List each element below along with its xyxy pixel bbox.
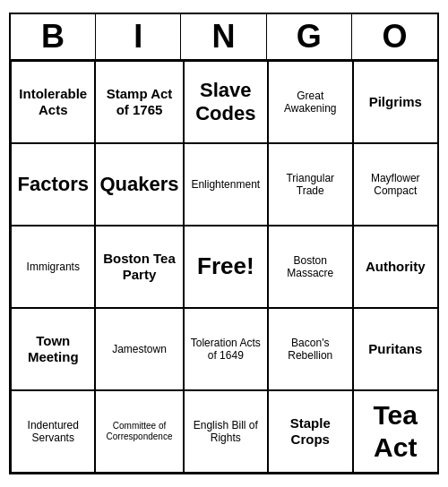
bingo-cell: Great Awakening [268, 61, 352, 143]
bingo-card: B I N G O Intolerable ActsStamp Act of 1… [9, 13, 439, 474]
bingo-cell: Triangular Trade [268, 143, 352, 226]
bingo-cell: Slave Codes [184, 61, 268, 143]
bingo-cell: Mayflower Compact [353, 143, 437, 226]
bingo-cell: Factors [11, 143, 95, 226]
bingo-cell: Intolerable Acts [11, 61, 95, 143]
bingo-header: B I N G O [11, 14, 437, 61]
bingo-cell: Toleration Acts of 1649 [184, 308, 268, 390]
bingo-cell: Bacon's Rebellion [268, 308, 352, 390]
header-n: N [181, 14, 266, 59]
bingo-grid: Intolerable ActsStamp Act of 1765Slave C… [11, 61, 437, 473]
bingo-cell: Pilgrims [353, 61, 437, 143]
bingo-cell: Committee of Correspondence [95, 390, 183, 473]
bingo-cell: Staple Crops [268, 390, 352, 473]
bingo-cell: Indentured Servants [11, 390, 95, 473]
header-g: G [267, 14, 352, 59]
bingo-cell: Stamp Act of 1765 [95, 61, 183, 143]
bingo-cell: Puritans [353, 308, 437, 390]
header-b: B [11, 14, 96, 59]
bingo-cell: Town Meeting [11, 308, 95, 390]
bingo-cell: Quakers [95, 143, 183, 226]
bingo-cell: Authority [353, 226, 437, 308]
bingo-cell: English Bill of Rights [184, 390, 268, 473]
bingo-cell: Boston Massacre [268, 226, 352, 308]
header-i: I [96, 14, 181, 59]
bingo-cell: Boston Tea Party [95, 226, 183, 308]
bingo-cell: Tea Act [353, 390, 437, 473]
bingo-cell: Immigrants [11, 226, 95, 308]
bingo-cell: Jamestown [95, 308, 183, 390]
header-o: O [352, 14, 437, 59]
bingo-cell: Free! [184, 226, 268, 308]
bingo-cell: Enlightenment [184, 143, 268, 226]
